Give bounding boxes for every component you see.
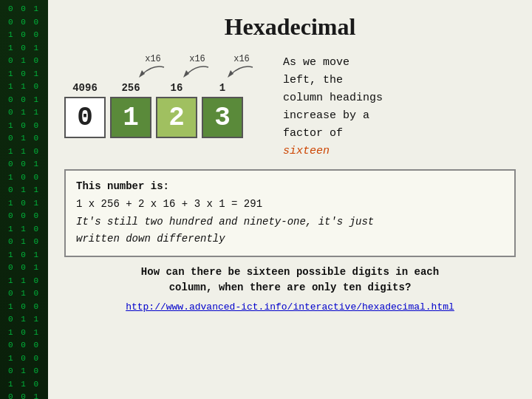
col-heading-2: 16 (156, 82, 197, 94)
right-description: As we move left, the column headings inc… (283, 54, 516, 160)
binary-row: 0 0 0 (8, 16, 40, 29)
top-section: x16 x16 x16 (64, 54, 516, 160)
arrow-label-3: x16 (233, 54, 250, 64)
binary-row: 0 1 0 (8, 287, 40, 300)
binary-row: 1 1 0 (8, 146, 40, 158)
col-group-0: 4096 0 (64, 82, 106, 138)
col-heading-3: 1 (202, 82, 243, 94)
binary-row: 0 0 1 (8, 94, 40, 106)
hex-diagram: x16 x16 x16 (64, 54, 271, 138)
binary-row: 1 0 1 (8, 42, 40, 55)
info-italic2: written down differently (76, 231, 504, 248)
info-label: This number is: (76, 178, 504, 196)
bottom-question: How can there be sixteen possible digits… (64, 265, 516, 296)
info-italic1: It's still two hundred and ninety-one, i… (76, 214, 504, 231)
col-group-2: 16 2 (156, 82, 197, 138)
right-line3: column headings (283, 92, 383, 104)
col-heading-1: 256 (110, 82, 151, 94)
info-box: This number is: 1 x 256 + 2 x 16 + 3 x 1… (64, 169, 516, 257)
page-title: Hexadecimal (64, 13, 516, 41)
columns-row: 4096 0 256 1 16 2 1 3 (64, 82, 248, 138)
binary-sidebar: 0 0 10 0 01 0 01 0 10 1 01 0 11 1 00 0 1… (0, 0, 48, 399)
svg-marker-0 (139, 70, 145, 78)
col-heading-0: 4096 (64, 82, 106, 94)
arrow-group-2: x16 (175, 54, 219, 79)
binary-row: 1 1 0 (8, 223, 40, 236)
col-group-1: 256 1 (110, 82, 151, 138)
arrow-label-1: x16 (145, 54, 161, 64)
binary-row: 1 0 0 (8, 29, 40, 41)
binary-row: 1 0 1 (8, 197, 40, 210)
binary-row: 0 1 0 (8, 365, 40, 378)
arrow-group-3: x16 (219, 54, 264, 79)
info-label-text: This number is: (76, 180, 169, 192)
arrow-svg-2 (179, 64, 216, 79)
main-content: Hexadecimal x16 x16 (48, 0, 532, 399)
binary-row: 0 1 1 (8, 106, 40, 119)
col-cell-2: 2 (156, 97, 197, 138)
binary-row: 0 0 1 (8, 158, 40, 171)
binary-row: 0 1 1 (8, 184, 40, 197)
arrow-svg-3 (223, 64, 260, 79)
binary-row: 1 0 0 (8, 171, 40, 184)
binary-row: 1 1 0 (8, 378, 40, 391)
reference-link[interactable]: http://www.advanced-ict.info/interactive… (64, 301, 516, 313)
col-cell-1: 1 (110, 97, 151, 138)
binary-row: 1 1 0 (8, 275, 40, 287)
binary-row: 0 1 0 (8, 236, 40, 248)
binary-row: 1 0 0 (8, 352, 40, 365)
binary-row: 0 0 0 (8, 210, 40, 222)
binary-row: 1 0 0 (8, 120, 40, 132)
arrows-row: x16 x16 x16 (85, 54, 264, 79)
binary-row: 1 1 0 (8, 81, 40, 93)
right-line4: increase by a (283, 109, 369, 122)
binary-row: 1 0 1 (8, 68, 40, 81)
right-line1: As we move (283, 56, 349, 69)
question-line2: column, when there are only ten digits? (169, 282, 412, 293)
svg-marker-1 (183, 70, 189, 78)
binary-row: 0 1 0 (8, 132, 40, 145)
right-highlight: sixteen (283, 145, 330, 157)
binary-row: 0 0 0 (8, 339, 40, 352)
binary-row: 0 0 1 (8, 3, 40, 16)
binary-row: 0 0 1 (8, 391, 40, 399)
right-line2: left, the (283, 74, 343, 86)
col-group-3: 1 3 (202, 82, 243, 138)
question-line1: How can there be sixteen possible digits… (141, 266, 439, 278)
binary-row: 0 1 1 (8, 313, 40, 326)
binary-row: 1 0 1 (8, 249, 40, 262)
info-equation: 1 x 256 + 2 x 16 + 3 x 1 = 291 (76, 196, 504, 214)
right-line5: factor of (283, 127, 343, 140)
svg-marker-2 (228, 70, 233, 78)
binary-row: 1 0 1 (8, 327, 40, 339)
binary-row: 1 0 0 (8, 301, 40, 313)
arrow-group-1: x16 (131, 54, 175, 79)
arrow-svg-1 (134, 64, 171, 79)
binary-row: 0 1 0 (8, 55, 40, 67)
binary-row: 0 0 1 (8, 262, 40, 274)
col-cell-0: 0 (64, 97, 106, 138)
arrow-label-2: x16 (189, 54, 205, 64)
col-cell-3: 3 (202, 97, 243, 138)
